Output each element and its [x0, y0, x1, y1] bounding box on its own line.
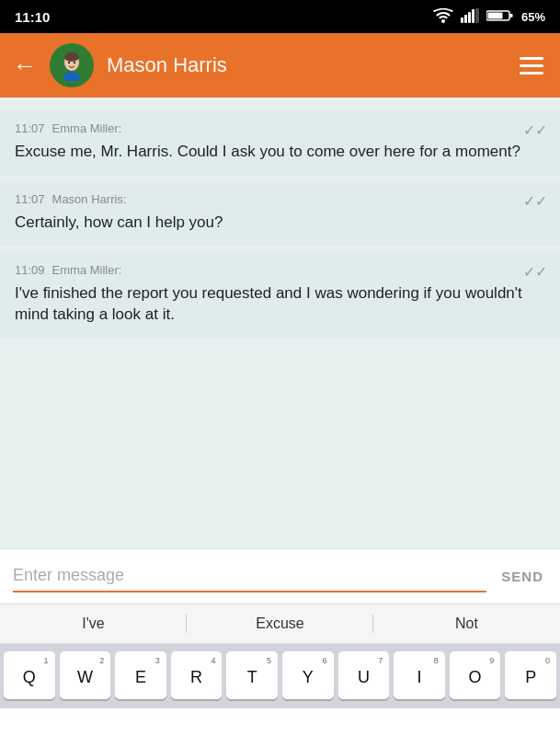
status-time: 11:10 [15, 9, 50, 25]
key-number: 0 [545, 656, 550, 665]
svg-rect-0 [461, 17, 463, 23]
message-meta: 11:07 Mason Harris: [15, 192, 545, 206]
wifi-icon [433, 8, 453, 26]
back-button[interactable]: ← [13, 52, 37, 80]
status-bar: 11:10 65% [0, 0, 560, 33]
key-i[interactable]: 8 I [394, 651, 445, 699]
key-p[interactable]: 0 P [505, 651, 556, 699]
autocomplete-bar: I've Excuse Not [0, 604, 560, 644]
message-text: I've finished the report you requested a… [15, 282, 545, 327]
battery-percent: 65% [521, 10, 545, 24]
key-letter: I [417, 668, 421, 687]
svg-point-11 [68, 62, 70, 63]
key-letter: R [190, 668, 202, 687]
key-letter: O [469, 668, 482, 687]
message-sender: Emma Miller: [52, 121, 122, 135]
svg-rect-2 [468, 12, 471, 23]
message-input[interactable] [13, 560, 486, 592]
key-u[interactable]: 7 U [338, 651, 390, 699]
message-time: 11:07 [15, 121, 45, 135]
key-number: 3 [155, 656, 160, 665]
autocomplete-item-not[interactable]: Not [373, 608, 560, 639]
message-block: 11:07 Emma Miller: ✓✓ Excuse me, Mr. Har… [0, 110, 560, 176]
key-letter: E [135, 668, 146, 687]
svg-rect-4 [475, 8, 479, 23]
key-letter: W [77, 668, 93, 687]
svg-rect-3 [472, 9, 474, 23]
message-block: 11:09 Emma Miller: ✓✓ I've finished the … [0, 252, 560, 339]
autocomplete-item-ive[interactable]: I've [0, 608, 187, 639]
message-sender: Mason Harris: [52, 192, 127, 206]
key-number: 6 [323, 656, 327, 665]
svg-point-12 [74, 62, 75, 63]
battery-icon [486, 9, 514, 25]
key-letter: Y [303, 668, 314, 687]
key-o[interactable]: 9 O [450, 651, 501, 699]
message-check: ✓✓ [523, 263, 547, 281]
message-time: 11:09 [15, 263, 45, 277]
keyboard: 1 Q 2 W 3 E 4 R 5 T 6 Y 7 U 8 I [0, 644, 560, 708]
message-time: 11:07 [15, 192, 45, 206]
svg-rect-1 [464, 15, 467, 23]
key-letter: U [358, 668, 370, 687]
svg-point-10 [64, 52, 79, 62]
keyboard-row-1: 1 Q 2 W 3 E 4 R 5 T 6 Y 7 U 8 I [4, 651, 556, 699]
key-y[interactable]: 6 Y [282, 651, 334, 699]
svg-rect-6 [509, 14, 512, 17]
key-number: 7 [378, 656, 383, 665]
key-e[interactable]: 3 E [115, 651, 166, 699]
message-check: ✓✓ [523, 192, 547, 210]
message-meta: 11:07 Emma Miller: [15, 121, 545, 135]
message-sender: Emma Miller: [52, 263, 122, 277]
key-number: 4 [211, 656, 215, 665]
key-letter: T [247, 668, 257, 687]
message-text: Excuse me, Mr. Harris. Could I ask you t… [15, 141, 545, 163]
message-block: 11:07 Mason Harris: ✓✓ Certainly, how ca… [0, 181, 560, 247]
input-area: SEND [0, 548, 560, 604]
signal-icon [461, 8, 479, 26]
key-letter: P [525, 668, 536, 687]
key-t[interactable]: 5 T [226, 651, 278, 699]
chat-area: 11:07 Emma Miller: ✓✓ Excuse me, Mr. Har… [0, 98, 560, 548]
contact-name: Mason Harris [107, 53, 503, 77]
message-check: ✓✓ [523, 121, 547, 139]
message-text: Certainly, how can I help you? [15, 212, 545, 234]
message-meta: 11:09 Emma Miller: [15, 263, 545, 277]
key-number: 9 [489, 656, 494, 665]
menu-button[interactable] [516, 53, 547, 78]
send-button[interactable]: SEND [497, 563, 547, 590]
autocomplete-item-excuse[interactable]: Excuse [187, 608, 373, 639]
key-letter: Q [23, 668, 36, 687]
key-number: 8 [434, 656, 439, 665]
key-number: 1 [44, 656, 49, 665]
key-number: 5 [267, 656, 271, 665]
key-w[interactable]: 2 W [60, 651, 111, 699]
key-q[interactable]: 1 Q [4, 651, 55, 699]
chat-header: ← Mason Harris [0, 33, 560, 98]
svg-rect-7 [487, 12, 502, 18]
key-number: 2 [99, 656, 104, 665]
key-r[interactable]: 4 R [171, 651, 223, 699]
status-icons: 65% [433, 8, 545, 26]
avatar [50, 43, 94, 87]
